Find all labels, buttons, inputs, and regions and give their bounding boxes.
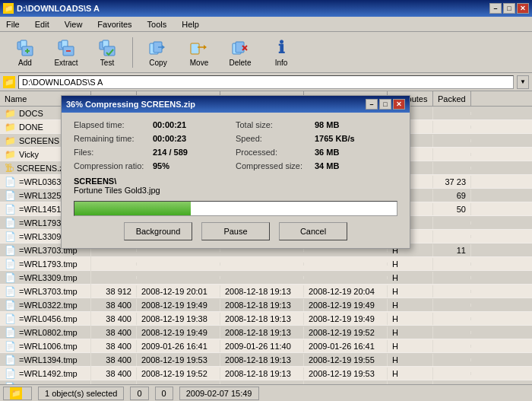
copy-icon bbox=[147, 37, 169, 59]
cell-name: 📄=WRL3309.tmp bbox=[0, 271, 91, 285]
address-folder-icon: 📁 bbox=[3, 76, 15, 88]
cell-size bbox=[91, 276, 137, 279]
table-row[interactable]: 📄=WRL1006.tmp 38 400 2009-01-26 16:41 20… bbox=[0, 339, 532, 353]
cell-modified: 2009-01-26 16:41 bbox=[137, 340, 220, 352]
dialog-close-button[interactable]: ✕ bbox=[393, 99, 405, 110]
status-col3: 0 bbox=[155, 387, 173, 400]
cell-created: 2009-01-26 11:40 bbox=[220, 381, 304, 385]
copy-button[interactable]: Copy bbox=[139, 35, 177, 70]
file-icon: 📄 bbox=[5, 204, 16, 215]
cell-modified bbox=[137, 276, 220, 279]
svg-marker-18 bbox=[204, 45, 207, 49]
cell-attributes: H bbox=[388, 285, 433, 298]
compressed-size-label: Compressed size: bbox=[236, 161, 312, 170]
menu-view[interactable]: View bbox=[62, 18, 86, 30]
cell-packed bbox=[433, 235, 471, 238]
speed-label: Speed: bbox=[236, 134, 312, 143]
cancel-button[interactable]: Cancel bbox=[279, 222, 347, 240]
menu-bar: File Edit View Favorites Tools Help bbox=[0, 17, 532, 32]
dialog-minimize-button[interactable]: – bbox=[366, 99, 378, 110]
menu-favorites[interactable]: Favorites bbox=[94, 18, 135, 30]
add-icon bbox=[14, 37, 36, 59]
speed-value: 1765 KB/s bbox=[315, 134, 355, 143]
svg-rect-20 bbox=[236, 42, 244, 53]
table-row[interactable]: 📄=WRL3309.tmp H bbox=[0, 271, 532, 285]
compressed-size-value: 34 MB bbox=[315, 161, 339, 170]
move-button[interactable]: Move bbox=[180, 35, 218, 70]
menu-help[interactable]: Help bbox=[179, 18, 202, 30]
file-icon: 📄 bbox=[5, 327, 16, 338]
elapsed-time-row: Elapsed time: 00:00:21 bbox=[74, 120, 236, 129]
table-row[interactable]: 📄=WRL2098.tmp 38 400 2009-01-26 16:41 20… bbox=[0, 380, 532, 384]
cell-packed bbox=[433, 345, 471, 348]
dialog-right-col: Total size: 98 MB Speed: 1765 KB/s Proce… bbox=[236, 120, 397, 170]
file-icon: 📄 bbox=[5, 190, 16, 201]
menu-file[interactable]: File bbox=[3, 18, 23, 30]
progress-bar-fill bbox=[74, 202, 191, 215]
cell-created: 2008-12-18 19:13 bbox=[220, 313, 304, 325]
extract-button[interactable]: Extract bbox=[47, 35, 85, 70]
maximize-button[interactable]: □ bbox=[503, 3, 515, 14]
cell-name: 📄=WRL1492.tmp bbox=[0, 367, 91, 380]
cell-attributes: H bbox=[388, 368, 433, 380]
folder-icon: 📁 bbox=[5, 108, 16, 119]
cell-accessed: 2009-01-26 16:41 bbox=[304, 381, 388, 385]
cell-created bbox=[220, 263, 304, 266]
toolbar: Add Extract Test bbox=[0, 32, 532, 73]
processed-value: 36 MB bbox=[315, 148, 339, 157]
toolbar-separator-1 bbox=[132, 37, 133, 68]
main-area: Name Size Modified Created Accessed Attr… bbox=[0, 91, 532, 384]
table-row[interactable]: 📄=WRL0802.tmp 38 400 2008-12-19 19:49 20… bbox=[0, 326, 532, 339]
compression-ratio-row: Compression ratio: 95% bbox=[74, 161, 236, 170]
cell-accessed: 2008-12-19 19:55 bbox=[304, 354, 388, 366]
file-icon: 📄 bbox=[5, 177, 16, 187]
svg-rect-16 bbox=[191, 43, 199, 54]
dialog-buttons: Background Pause Cancel bbox=[74, 222, 397, 240]
dialog-maximize-button[interactable]: □ bbox=[379, 99, 391, 110]
svg-marker-15 bbox=[162, 45, 165, 49]
dialog-body: Elapsed time: 00:00:21 Remaining time: 0… bbox=[62, 113, 410, 248]
info-button[interactable]: ℹ Info bbox=[262, 35, 300, 70]
test-button[interactable]: Test bbox=[88, 35, 126, 70]
add-button[interactable]: Add bbox=[6, 35, 44, 70]
table-row[interactable]: 📄=WRL1394.tmp 38 400 2008-12-19 19:53 20… bbox=[0, 353, 532, 367]
cell-packed: 50 bbox=[433, 203, 471, 215]
menu-edit[interactable]: Edit bbox=[32, 18, 52, 30]
cell-accessed: 2008-12-19 19:53 bbox=[304, 368, 388, 380]
background-button[interactable]: Background bbox=[124, 222, 192, 240]
table-row[interactable]: 📄=WRL0456.tmp 38 400 2008-12-19 19:38 20… bbox=[0, 312, 532, 326]
address-input[interactable] bbox=[18, 75, 514, 89]
delete-button[interactable]: Delete bbox=[221, 35, 259, 70]
cell-modified bbox=[137, 249, 220, 252]
cell-accessed bbox=[304, 249, 388, 252]
cell-name: 📄=WRL1394.tmp bbox=[0, 353, 91, 367]
remaining-time-row: Remaining time: 00:00:23 bbox=[74, 134, 236, 143]
col-header-packed[interactable]: Packed bbox=[433, 91, 471, 106]
menu-tools[interactable]: Tools bbox=[144, 18, 170, 30]
close-button[interactable]: ✕ bbox=[517, 3, 529, 14]
address-dropdown[interactable]: ▼ bbox=[517, 75, 529, 89]
cell-accessed: 2008-12-19 19:52 bbox=[304, 326, 388, 339]
cell-accessed bbox=[304, 263, 388, 266]
cell-size: 38 400 bbox=[91, 299, 137, 311]
cell-size: 38 400 bbox=[91, 326, 137, 339]
cell-modified bbox=[137, 263, 220, 266]
table-row[interactable]: 📄=WRL1492.tmp 38 400 2008-12-19 19:52 20… bbox=[0, 367, 532, 380]
address-bar: 📁 ▼ bbox=[0, 73, 532, 91]
pause-button[interactable]: Pause bbox=[201, 222, 270, 240]
total-size-row: Total size: 98 MB bbox=[236, 120, 397, 129]
file-icon: 📄 bbox=[5, 272, 16, 283]
dialog-title-buttons: – □ ✕ bbox=[366, 99, 405, 110]
table-row[interactable]: 📄=WRL3703.tmp 38 912 2008-12-19 20:01 20… bbox=[0, 285, 532, 298]
elapsed-time-value: 00:00:21 bbox=[153, 120, 186, 129]
compress-dialog[interactable]: 36% Compressing SCREENS.zip – □ ✕ Elapse… bbox=[61, 95, 410, 249]
cell-created: 2008-12-18 19:13 bbox=[220, 299, 304, 311]
table-row[interactable]: 📄=WRL0322.tmp 38 400 2008-12-19 19:49 20… bbox=[0, 298, 532, 312]
file-icon: 📄 bbox=[5, 368, 16, 379]
minimize-button[interactable]: – bbox=[489, 3, 502, 14]
table-row[interactable]: 📄=WRL1793.tmp H bbox=[0, 257, 532, 271]
file-icon: 📄 bbox=[5, 355, 16, 365]
cell-name: 📄=WRL0322.tmp bbox=[0, 298, 91, 312]
total-size-value: 98 MB bbox=[315, 120, 339, 129]
window-controls: – □ ✕ bbox=[489, 3, 529, 14]
